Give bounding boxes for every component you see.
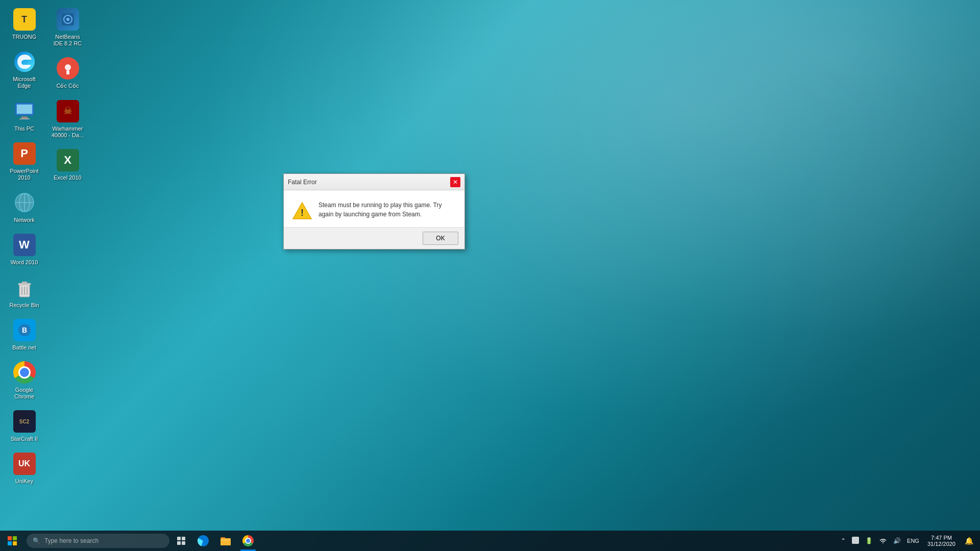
svg-rect-31	[177, 537, 181, 540]
word-icon: W	[13, 234, 36, 256]
notification-button[interactable]: 🔔	[962, 531, 976, 551]
svg-rect-28	[13, 536, 17, 540]
battlenet-label: Battle.net	[12, 344, 36, 351]
dialog-body: ! Steam must be running to play this gam…	[284, 190, 464, 227]
desktop: T TRUONG Microsoft Edge	[0, 0, 980, 551]
desktop-icon-this-pc[interactable]: This PC	[5, 97, 43, 134]
windows-logo-icon	[8, 536, 17, 545]
clock[interactable]: 7:47 PM 31/12/2020	[923, 535, 960, 547]
desktop-icon-netbeans[interactable]: NetBeans IDE 8.2 RC	[48, 5, 87, 49]
taskbar-pinned-apps	[192, 531, 259, 551]
svg-rect-2	[17, 105, 32, 114]
desktop-icon-unikey[interactable]: UK UniKey	[5, 449, 43, 487]
battlenet-icon: B	[13, 319, 36, 341]
start-button[interactable]	[0, 531, 24, 551]
dialog-titlebar: Fatal Error ✕	[284, 174, 464, 190]
coccoc-icon	[57, 57, 79, 80]
desktop-icon-powerpoint[interactable]: P PowerPoint 2010	[5, 139, 43, 183]
ok-button[interactable]: OK	[423, 232, 458, 245]
svg-rect-33	[177, 541, 181, 545]
taskbar-chrome-icon	[242, 535, 254, 546]
excel-label: Excel 2010	[54, 174, 81, 181]
svg-point-9	[15, 193, 34, 212]
svg-rect-37	[852, 537, 859, 544]
svg-rect-29	[8, 541, 12, 545]
volume-icon: 🔊	[891, 536, 903, 545]
unikey-label: UniKey	[15, 478, 33, 485]
tray-wifi-icon	[879, 537, 887, 544]
coccoc-label: Cốc Cốc	[57, 83, 79, 89]
desktop-icon-coccoc[interactable]: Cốc Cốc	[48, 54, 87, 91]
taskbar-file-explorer[interactable]	[214, 531, 237, 551]
truong-icon: T	[13, 8, 36, 31]
word-label: Word 2010	[11, 259, 38, 266]
svg-rect-27	[8, 536, 12, 540]
tray-chevron-button[interactable]: ⌃	[839, 536, 848, 545]
tray-notification-icon	[852, 537, 859, 544]
excel-icon: X	[57, 149, 79, 171]
battery-icon: 🔋	[863, 536, 875, 545]
desktop-icon-recycle-bin[interactable]: Recycle Bin	[5, 273, 43, 311]
taskbar-edge-icon	[198, 535, 209, 546]
desktop-icon-battlenet[interactable]: B Battle.net	[5, 316, 43, 353]
desktop-icon-network[interactable]: Network	[5, 188, 43, 226]
dialog-title: Fatal Error	[288, 179, 317, 186]
system-tray: ⌃ 🔋 🔊 ENG 7:47	[839, 531, 980, 551]
svg-point-21	[65, 64, 71, 70]
desktop-icon-truong[interactable]: T TRUONG	[5, 5, 43, 42]
chrome-label: Google Chrome	[7, 387, 41, 400]
taskbar-edge[interactable]	[192, 531, 214, 551]
tray-network-icon	[877, 536, 889, 546]
this-pc-label: This PC	[14, 126, 34, 132]
desktop-icons-area: T TRUONG Microsoft Edge	[5, 5, 107, 525]
warning-icon: !	[292, 201, 312, 221]
task-view-icon	[177, 537, 186, 545]
desktop-icon-sc2[interactable]: SC2 StarCraft II	[5, 407, 43, 444]
tray-notification-area-icon[interactable]	[850, 536, 861, 546]
taskbar-search-icon: 🔍	[33, 537, 40, 544]
sc2-icon: SC2	[13, 410, 36, 433]
truong-label: TRUONG	[12, 34, 37, 40]
powerpoint-label: PowerPoint 2010	[7, 168, 41, 181]
unikey-icon: UK	[13, 453, 36, 475]
edge-icon	[13, 51, 36, 73]
desktop-icon-excel[interactable]: X Excel 2010	[48, 146, 87, 183]
warhammer-icon: ☠	[57, 100, 79, 122]
network-label: Network	[14, 217, 34, 223]
clock-date: 31/12/2020	[927, 541, 955, 547]
task-view-button[interactable]	[172, 531, 192, 551]
netbeans-label: NetBeans IDE 8.2 RC	[51, 34, 85, 47]
desktop-icon-chrome[interactable]: Google Chrome	[5, 358, 43, 402]
powerpoint-icon: P	[13, 142, 36, 165]
search-bar[interactable]: 🔍	[27, 534, 169, 548]
svg-rect-36	[222, 540, 230, 540]
dialog-footer: OK	[284, 227, 464, 249]
warhammer-label: Warhammer 40000 - Da...	[51, 126, 85, 139]
dialog-close-button[interactable]: ✕	[450, 177, 460, 187]
svg-rect-30	[13, 541, 17, 545]
svg-rect-4	[19, 118, 30, 119]
netbeans-icon	[57, 8, 79, 31]
recycle-bin-icon	[13, 277, 36, 299]
sc2-label: StarCraft II	[11, 436, 38, 442]
svg-rect-32	[182, 537, 185, 540]
svg-text:!: !	[301, 208, 304, 218]
taskbar-explorer-icon	[220, 535, 231, 546]
svg-rect-12	[22, 282, 27, 284]
clock-time: 7:47 PM	[931, 535, 952, 541]
language-indicator[interactable]: ENG	[905, 537, 921, 545]
edge-label: Microsoft Edge	[7, 76, 41, 89]
chrome-icon	[13, 361, 36, 384]
search-input[interactable]	[44, 537, 163, 544]
svg-text:B: B	[21, 326, 27, 334]
dialog-message: Steam must be running to play this game.…	[318, 201, 456, 219]
this-pc-icon	[13, 100, 36, 122]
desktop-icon-word[interactable]: W Word 2010	[5, 231, 43, 268]
taskbar-chrome[interactable]	[237, 531, 259, 551]
svg-rect-22	[66, 70, 69, 74]
desktop-icon-edge[interactable]: Microsoft Edge	[5, 47, 43, 91]
svg-rect-3	[21, 116, 28, 118]
desktop-icon-warhammer[interactable]: ☠ Warhammer 40000 - Da...	[48, 97, 87, 141]
recycle-bin-label: Recycle Bin	[9, 302, 39, 309]
fatal-error-dialog: Fatal Error ✕ ! Steam must be running to…	[283, 173, 465, 249]
